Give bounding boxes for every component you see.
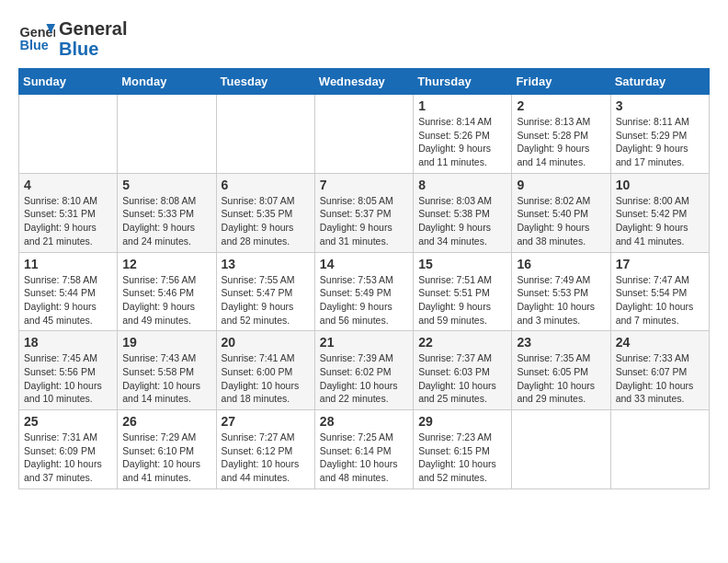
day-number: 26 <box>122 414 210 429</box>
day-info: Sunrise: 7:25 AM Sunset: 6:14 PM Dayligh… <box>320 431 408 485</box>
day-number: 19 <box>122 335 210 350</box>
day-number: 5 <box>122 178 210 192</box>
day-number: 29 <box>418 414 506 429</box>
logo: General Blue General Blue <box>18 18 127 59</box>
weekday-header-thursday: Thursday <box>414 69 512 95</box>
calendar-week-row: 4Sunrise: 8:10 AM Sunset: 5:31 PM Daylig… <box>19 173 710 252</box>
calendar-day-cell: 1Sunrise: 8:14 AM Sunset: 5:26 PM Daylig… <box>414 95 512 174</box>
day-info: Sunrise: 8:02 AM Sunset: 5:40 PM Dayligh… <box>517 194 605 248</box>
calendar-day-cell: 10Sunrise: 8:00 AM Sunset: 5:42 PM Dayli… <box>610 173 709 252</box>
day-info: Sunrise: 7:35 AM Sunset: 6:05 PM Dayligh… <box>517 351 605 406</box>
calendar-week-row: 18Sunrise: 7:45 AM Sunset: 5:56 PM Dayli… <box>19 331 710 410</box>
calendar-day-cell: 8Sunrise: 8:03 AM Sunset: 5:38 PM Daylig… <box>414 173 512 252</box>
logo-icon: General Blue <box>18 20 55 57</box>
day-info: Sunrise: 7:33 AM Sunset: 6:07 PM Dayligh… <box>616 351 704 406</box>
day-number: 12 <box>122 257 210 271</box>
day-info: Sunrise: 8:05 AM Sunset: 5:37 PM Dayligh… <box>320 194 408 248</box>
calendar-day-cell: 7Sunrise: 8:05 AM Sunset: 5:37 PM Daylig… <box>314 173 413 252</box>
calendar-day-cell: 19Sunrise: 7:43 AM Sunset: 5:58 PM Dayli… <box>118 331 216 410</box>
day-info: Sunrise: 7:43 AM Sunset: 5:58 PM Dayligh… <box>122 351 210 406</box>
day-number: 18 <box>24 335 112 350</box>
day-info: Sunrise: 8:07 AM Sunset: 5:35 PM Dayligh… <box>222 194 310 248</box>
day-number: 25 <box>24 414 112 429</box>
calendar-day-cell: 22Sunrise: 7:37 AM Sunset: 6:03 PM Dayli… <box>414 331 512 410</box>
day-number: 22 <box>418 335 506 350</box>
calendar-day-cell: 9Sunrise: 8:02 AM Sunset: 5:40 PM Daylig… <box>512 173 610 252</box>
day-number: 20 <box>222 335 310 350</box>
day-number: 16 <box>517 257 605 271</box>
calendar-day-cell: 4Sunrise: 8:10 AM Sunset: 5:31 PM Daylig… <box>19 173 118 252</box>
empty-cell <box>512 410 610 489</box>
calendar-day-cell: 12Sunrise: 7:56 AM Sunset: 5:46 PM Dayli… <box>118 252 216 331</box>
calendar-day-cell: 17Sunrise: 7:47 AM Sunset: 5:54 PM Dayli… <box>610 252 709 331</box>
day-number: 7 <box>320 178 408 192</box>
day-info: Sunrise: 7:27 AM Sunset: 6:12 PM Dayligh… <box>222 431 310 485</box>
weekday-header-tuesday: Tuesday <box>216 69 314 95</box>
day-info: Sunrise: 7:37 AM Sunset: 6:03 PM Dayligh… <box>418 351 506 406</box>
day-number: 9 <box>517 178 605 192</box>
day-info: Sunrise: 8:13 AM Sunset: 5:28 PM Dayligh… <box>517 115 605 169</box>
weekday-header-wednesday: Wednesday <box>314 69 413 95</box>
calendar-day-cell: 20Sunrise: 7:41 AM Sunset: 6:00 PM Dayli… <box>216 331 314 410</box>
weekday-header-friday: Friday <box>512 69 610 95</box>
calendar-table: SundayMondayTuesdayWednesdayThursdayFrid… <box>18 68 710 489</box>
page-header: General Blue General Blue <box>18 18 710 59</box>
day-info: Sunrise: 7:41 AM Sunset: 6:00 PM Dayligh… <box>222 351 310 406</box>
calendar-day-cell: 23Sunrise: 7:35 AM Sunset: 6:05 PM Dayli… <box>512 331 610 410</box>
day-number: 28 <box>320 414 408 429</box>
day-number: 10 <box>616 178 704 192</box>
calendar-day-cell: 18Sunrise: 7:45 AM Sunset: 5:56 PM Dayli… <box>19 331 118 410</box>
weekday-header-saturday: Saturday <box>610 69 709 95</box>
day-info: Sunrise: 7:39 AM Sunset: 6:02 PM Dayligh… <box>320 351 408 406</box>
calendar-day-cell: 6Sunrise: 8:07 AM Sunset: 5:35 PM Daylig… <box>216 173 314 252</box>
calendar-day-cell: 21Sunrise: 7:39 AM Sunset: 6:02 PM Dayli… <box>314 331 413 410</box>
weekday-header-monday: Monday <box>118 69 216 95</box>
calendar-day-cell: 5Sunrise: 8:08 AM Sunset: 5:33 PM Daylig… <box>118 173 216 252</box>
calendar-week-row: 1Sunrise: 8:14 AM Sunset: 5:26 PM Daylig… <box>19 95 710 174</box>
calendar-day-cell: 11Sunrise: 7:58 AM Sunset: 5:44 PM Dayli… <box>19 252 118 331</box>
calendar-day-cell: 14Sunrise: 7:53 AM Sunset: 5:49 PM Dayli… <box>314 252 413 331</box>
day-info: Sunrise: 8:14 AM Sunset: 5:26 PM Dayligh… <box>418 115 506 169</box>
day-number: 23 <box>517 335 605 350</box>
calendar-day-cell: 26Sunrise: 7:29 AM Sunset: 6:10 PM Dayli… <box>118 410 216 489</box>
day-info: Sunrise: 7:56 AM Sunset: 5:46 PM Dayligh… <box>122 273 210 327</box>
day-number: 21 <box>320 335 408 350</box>
day-info: Sunrise: 8:11 AM Sunset: 5:29 PM Dayligh… <box>616 115 704 169</box>
day-number: 15 <box>418 257 506 271</box>
day-number: 14 <box>320 257 408 271</box>
day-info: Sunrise: 8:10 AM Sunset: 5:31 PM Dayligh… <box>24 194 112 248</box>
day-info: Sunrise: 7:51 AM Sunset: 5:51 PM Dayligh… <box>418 273 506 327</box>
calendar-day-cell: 29Sunrise: 7:23 AM Sunset: 6:15 PM Dayli… <box>414 410 512 489</box>
day-number: 4 <box>24 178 112 192</box>
calendar-day-cell: 3Sunrise: 8:11 AM Sunset: 5:29 PM Daylig… <box>610 95 709 174</box>
day-number: 8 <box>418 178 506 192</box>
day-number: 11 <box>24 257 112 271</box>
calendar-day-cell: 15Sunrise: 7:51 AM Sunset: 5:51 PM Dayli… <box>414 252 512 331</box>
calendar-day-cell: 25Sunrise: 7:31 AM Sunset: 6:09 PM Dayli… <box>19 410 118 489</box>
calendar-day-cell: 28Sunrise: 7:25 AM Sunset: 6:14 PM Dayli… <box>314 410 413 489</box>
calendar-day-cell: 27Sunrise: 7:27 AM Sunset: 6:12 PM Dayli… <box>216 410 314 489</box>
day-number: 27 <box>222 414 310 429</box>
calendar-day-cell: 2Sunrise: 8:13 AM Sunset: 5:28 PM Daylig… <box>512 95 610 174</box>
day-info: Sunrise: 7:55 AM Sunset: 5:47 PM Dayligh… <box>222 273 310 327</box>
day-number: 13 <box>222 257 310 271</box>
day-number: 17 <box>616 257 704 271</box>
empty-cell <box>216 95 314 174</box>
calendar-day-cell: 16Sunrise: 7:49 AM Sunset: 5:53 PM Dayli… <box>512 252 610 331</box>
day-info: Sunrise: 8:00 AM Sunset: 5:42 PM Dayligh… <box>616 194 704 248</box>
day-info: Sunrise: 8:03 AM Sunset: 5:38 PM Dayligh… <box>418 194 506 248</box>
day-info: Sunrise: 7:29 AM Sunset: 6:10 PM Dayligh… <box>122 431 210 485</box>
day-info: Sunrise: 8:08 AM Sunset: 5:33 PM Dayligh… <box>122 194 210 248</box>
calendar-week-row: 25Sunrise: 7:31 AM Sunset: 6:09 PM Dayli… <box>19 410 710 489</box>
day-info: Sunrise: 7:45 AM Sunset: 5:56 PM Dayligh… <box>24 351 112 406</box>
day-number: 24 <box>616 335 704 350</box>
empty-cell <box>314 95 413 174</box>
calendar-day-cell: 13Sunrise: 7:55 AM Sunset: 5:47 PM Dayli… <box>216 252 314 331</box>
calendar-day-cell: 24Sunrise: 7:33 AM Sunset: 6:07 PM Dayli… <box>610 331 709 410</box>
day-info: Sunrise: 7:23 AM Sunset: 6:15 PM Dayligh… <box>418 431 506 485</box>
empty-cell <box>118 95 216 174</box>
day-info: Sunrise: 7:58 AM Sunset: 5:44 PM Dayligh… <box>24 273 112 327</box>
svg-text:Blue: Blue <box>20 38 49 52</box>
day-number: 6 <box>222 178 310 192</box>
day-info: Sunrise: 7:49 AM Sunset: 5:53 PM Dayligh… <box>517 273 605 327</box>
